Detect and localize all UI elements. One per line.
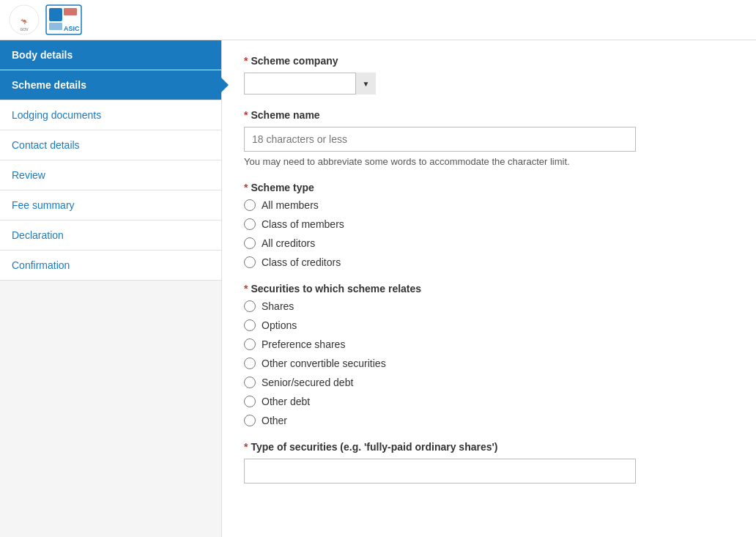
securities-senior-secured: Senior/secured debt bbox=[244, 377, 734, 388]
sidebar-item-fee-summary[interactable]: Fee summary bbox=[0, 190, 221, 221]
scheme-name-group: * Scheme name You may need to abbreviate… bbox=[244, 109, 734, 167]
securities-preference-shares-label: Preference shares bbox=[262, 338, 345, 350]
asic-logo-icon: ASIC bbox=[45, 4, 82, 35]
type-of-securities-label: * Type of securities (e.g. 'fully-paid o… bbox=[244, 441, 734, 453]
sidebar-item-review[interactable]: Review bbox=[0, 160, 221, 190]
main-layout: Body details Scheme details Lodging docu… bbox=[0, 40, 756, 537]
svg-text:ASIC: ASIC bbox=[64, 25, 80, 32]
sidebar-item-lodging-documents[interactable]: Lodging documents bbox=[0, 100, 221, 130]
gov-logo-icon: 🦘 GOV bbox=[9, 4, 40, 35]
securities-other-radio[interactable] bbox=[244, 415, 256, 426]
securities-other-convertible-label: Other convertible securities bbox=[262, 358, 386, 369]
required-star-1: * bbox=[244, 55, 248, 67]
sidebar-item-confirmation[interactable]: Confirmation bbox=[0, 251, 221, 281]
securities-other-debt-radio[interactable] bbox=[244, 396, 256, 407]
securities-other-convertible: Other convertible securities bbox=[244, 358, 734, 369]
type-of-securities-input[interactable] bbox=[244, 459, 636, 484]
scheme-type-all-members-radio[interactable] bbox=[244, 199, 256, 211]
scheme-type-group: * Scheme type All members Class of membe… bbox=[244, 182, 734, 268]
main-content: * Scheme company ▼ * Scheme name You may… bbox=[222, 40, 756, 537]
required-star-5: * bbox=[244, 441, 248, 453]
scheme-type-all-creditors: All creditors bbox=[244, 237, 734, 249]
type-of-securities-group: * Type of securities (e.g. 'fully-paid o… bbox=[244, 441, 734, 484]
sidebar: Body details Scheme details Lodging docu… bbox=[0, 40, 222, 537]
securities-other-debt: Other debt bbox=[244, 396, 734, 407]
scheme-type-all-creditors-radio[interactable] bbox=[244, 237, 256, 249]
scheme-type-class-creditors: Class of creditors bbox=[244, 256, 734, 268]
securities-group: * Securities to which scheme relates Sha… bbox=[244, 283, 734, 426]
scheme-name-hint: You may need to abbreviate some words to… bbox=[244, 156, 734, 167]
securities-shares-radio[interactable] bbox=[244, 300, 256, 312]
securities-options: Shares Options Preference shares Other c… bbox=[244, 300, 734, 426]
scheme-company-label: * Scheme company bbox=[244, 55, 734, 67]
securities-options-radio[interactable] bbox=[244, 319, 256, 331]
sidebar-item-declaration[interactable]: Declaration bbox=[0, 221, 221, 251]
svg-text:GOV: GOV bbox=[20, 27, 29, 32]
svg-rect-5 bbox=[49, 23, 62, 30]
securities-shares: Shares bbox=[244, 300, 734, 312]
sidebar-item-scheme-details[interactable]: Scheme details bbox=[0, 70, 221, 100]
scheme-name-label: * Scheme name bbox=[244, 109, 734, 121]
securities-preference-shares-radio[interactable] bbox=[244, 338, 256, 350]
required-star-3: * bbox=[244, 182, 248, 193]
securities-other-debt-label: Other debt bbox=[262, 396, 310, 407]
securities-other-convertible-radio[interactable] bbox=[244, 358, 256, 369]
scheme-name-input[interactable] bbox=[244, 127, 636, 152]
svg-text:🦘: 🦘 bbox=[21, 18, 28, 25]
scheme-type-all-creditors-label: All creditors bbox=[262, 237, 315, 249]
scheme-type-all-members: All members bbox=[244, 199, 734, 211]
securities-senior-secured-radio[interactable] bbox=[244, 377, 256, 388]
scheme-company-select-wrapper: ▼ bbox=[244, 73, 376, 95]
scheme-type-class-members-label: Class of members bbox=[262, 218, 344, 230]
scheme-type-class-creditors-label: Class of creditors bbox=[262, 256, 341, 268]
svg-rect-6 bbox=[64, 8, 77, 15]
scheme-type-all-members-label: All members bbox=[262, 199, 319, 211]
securities-other: Other bbox=[244, 415, 734, 426]
securities-options-item: Options bbox=[244, 319, 734, 331]
securities-preference-shares: Preference shares bbox=[244, 338, 734, 350]
securities-other-label: Other bbox=[262, 415, 287, 426]
sidebar-item-contact-details[interactable]: Contact details bbox=[0, 130, 221, 160]
scheme-type-label: * Scheme type bbox=[244, 182, 734, 193]
logo-area: 🦘 GOV ASIC bbox=[9, 4, 82, 35]
svg-rect-4 bbox=[49, 8, 62, 21]
page-header: 🦘 GOV ASIC bbox=[0, 0, 756, 40]
securities-options-label: Options bbox=[262, 319, 297, 331]
scheme-type-options: All members Class of members All credito… bbox=[244, 199, 734, 268]
securities-shares-label: Shares bbox=[262, 300, 294, 312]
scheme-type-class-members: Class of members bbox=[244, 218, 734, 230]
required-star-2: * bbox=[244, 109, 248, 121]
sidebar-item-body-details[interactable]: Body details bbox=[0, 40, 221, 70]
scheme-company-group: * Scheme company ▼ bbox=[244, 55, 734, 95]
securities-label: * Securities to which scheme relates bbox=[244, 283, 734, 295]
required-star-4: * bbox=[244, 283, 248, 295]
securities-senior-secured-label: Senior/secured debt bbox=[262, 377, 353, 388]
scheme-type-class-members-radio[interactable] bbox=[244, 218, 256, 230]
scheme-company-select[interactable] bbox=[244, 73, 376, 95]
scheme-type-class-creditors-radio[interactable] bbox=[244, 256, 256, 268]
